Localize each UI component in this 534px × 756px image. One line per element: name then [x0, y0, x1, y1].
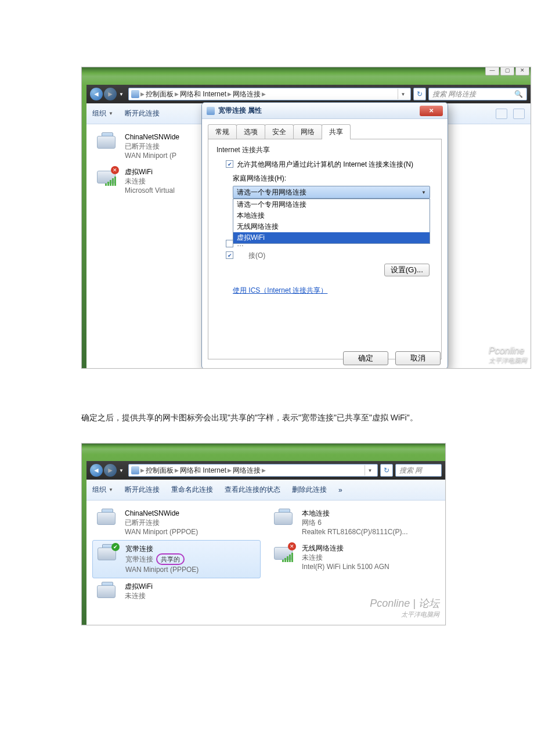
nav-history-dropdown-icon[interactable]: ▼ [119, 467, 125, 473]
breadcrumb-item: 网络连接▶ [233, 89, 266, 99]
forward-button[interactable]: ► [104, 464, 117, 477]
navigation-bar: ◄ ► ▼ ▶ 控制面板▶ 网络和 Internet▶ 网络连接▶ ▼ ↻ 搜索… [86, 461, 445, 480]
breadcrumb-item: 网络和 Internet▶ [180, 466, 232, 476]
connection-status: 已断开连接 [125, 518, 198, 527]
adapter-icon: ✕ [273, 543, 297, 564]
disconnect-button[interactable]: 断开此连接 [125, 485, 160, 495]
location-icon [131, 90, 139, 98]
refresh-button[interactable]: ↻ [380, 464, 393, 477]
connection-status: 网络 6 [302, 518, 408, 527]
combo-selected-text: 请选一个专用网络连接 [237, 188, 306, 197]
adapter-icon: ✔ [96, 544, 121, 565]
connection-adapter: WAN Miniport (P [125, 151, 179, 160]
combo-option[interactable]: 本地连接 [233, 210, 430, 221]
back-button[interactable]: ◄ [90, 464, 103, 477]
address-dropdown-icon[interactable]: ▼ [365, 465, 375, 476]
signal-bars-icon [282, 553, 293, 562]
breadcrumb-item: 网络和 Internet▶ [180, 89, 232, 99]
combo-option[interactable]: 虚拟WiFi [233, 232, 430, 243]
connection-item[interactable]: 本地连接 网络 6 Realtek RTL8168C(P)/8111C(P)..… [269, 505, 438, 540]
connection-list: ChinaNetSNWide 已断开连接 WAN Miniport (PPPOE… [86, 501, 445, 611]
connection-adapter: WAN Miniport (PPPOE) [125, 565, 199, 574]
combo-option[interactable]: 请选一个专用网络连接 [233, 199, 430, 210]
delete-button[interactable]: 删除此连接 [292, 485, 327, 495]
connection-item[interactable]: ChinaNetSNWide 已断开连接 WAN Miniport (PPPOE… [92, 505, 261, 540]
back-button[interactable]: ◄ [90, 88, 103, 100]
organize-button[interactable]: 组织▼ [92, 485, 113, 495]
adapter-icon [96, 582, 120, 603]
connection-name: 本地连接 [302, 509, 408, 518]
breadcrumb-item: 网络连接▶ [233, 466, 266, 476]
search-placeholder: 搜索 网络连接 [432, 89, 476, 99]
dialog-tabs: 常规 选项 安全 网络 共享 [202, 119, 448, 139]
cancel-button[interactable]: 取消 [395, 351, 441, 365]
screenshot-2: ◄ ► ▼ ▶ 控制面板▶ 网络和 Internet▶ 网络连接▶ ▼ ↻ 搜索… [81, 443, 446, 625]
connection-adapter: Realtek RTL8168C(P)/8111C(P)... [302, 527, 408, 537]
breadcrumb-bar[interactable]: ▶ 控制面板▶ 网络和 Internet▶ 网络连接▶ ▼ [128, 88, 411, 100]
organize-button[interactable]: 组织▼ [92, 109, 113, 118]
maximize-button[interactable]: ▢ [500, 67, 514, 75]
connection-name: 无线网络连接 [302, 543, 389, 553]
tab-options[interactable]: 选项 [236, 124, 265, 139]
toolbar: 组织▼ 断开此连接 重命名此连接 查看此连接的状态 删除此连接 » [86, 480, 445, 501]
home-network-label: 家庭网络连接(H): [233, 174, 433, 183]
preview-pane-button[interactable] [513, 109, 525, 119]
shared-badge: 共享的 [156, 553, 185, 565]
article-paragraph: 确定之后，提供共享的网卡图标旁会出现"共享的"字样，表示"宽带连接"已共享至"虚… [81, 409, 533, 426]
connection-adapter: Intel(R) WiFi Link 5100 AGN [302, 562, 389, 571]
nav-history-dropdown-icon[interactable]: ▼ [119, 91, 125, 97]
tab-security[interactable]: 安全 [265, 124, 294, 139]
rename-button[interactable]: 重命名此连接 [171, 485, 213, 495]
dialog-buttons: 确定 取消 [343, 351, 441, 365]
search-input[interactable]: 搜索 网络连接 🔍 [428, 88, 527, 100]
view-options-button[interactable] [496, 109, 507, 119]
refresh-button[interactable]: ↻ [413, 88, 426, 100]
combo-option[interactable]: 无线网络连接 [233, 221, 430, 232]
close-button[interactable]: ✕ [515, 67, 529, 75]
location-icon [131, 466, 139, 474]
more-button[interactable]: » [338, 486, 342, 494]
checkbox-label: 允许其他网络用户通过此计算机的 Internet 连接来连接(N) [237, 160, 413, 169]
address-dropdown-icon[interactable]: ▼ [398, 89, 408, 99]
connection-item[interactable]: ✕ 无线网络连接 未连接 Intel(R) WiFi Link 5100 AGN [269, 540, 438, 575]
search-input[interactable]: 搜索 网 [395, 464, 442, 477]
tab-sharing[interactable]: 共享 [322, 124, 351, 139]
breadcrumb-item: 控制面板▶ [146, 466, 179, 476]
ics-help-link[interactable]: 使用 ICS（Internet 连接共享） [233, 286, 327, 296]
screenshot-1: — ▢ ✕ ◄ ► ▼ ▶ 控制面板▶ 网络和 Internet▶ 网络连接▶ … [81, 67, 531, 369]
connection-adapter: WAN Miniport (PPPOE) [125, 527, 198, 537]
adapter-icon [96, 509, 120, 530]
dialog-close-button[interactable]: ✕ [420, 106, 443, 116]
dialog-title: 宽带连接 属性 [218, 106, 262, 116]
dialog-titlebar: 宽带连接 属性 ✕ [202, 103, 448, 119]
combo-dropdown-list: 请选一个专用网络连接 本地连接 无线网络连接 虚拟WiFi [233, 199, 430, 244]
checkbox-allow-sharing[interactable] [226, 160, 233, 168]
connection-status: 宽带连接 共享的 [125, 553, 199, 565]
breadcrumb-bar[interactable]: ▶ 控制面板▶ 网络和 Internet▶ 网络连接▶ ▼ [128, 464, 378, 477]
connection-name: ChinaNetSNWide [125, 132, 179, 142]
disconnect-button[interactable]: 断开此连接 [125, 109, 160, 118]
search-placeholder: 搜索 网 [399, 466, 422, 476]
connection-item[interactable]: ✔ 宽带连接 宽带连接 共享的 WAN Miniport (PPPOE) [92, 540, 261, 578]
breadcrumb-item: 控制面板▶ [146, 89, 179, 99]
group-label: Internet 连接共享 [217, 145, 433, 155]
error-badge-icon: ✕ [111, 166, 119, 174]
tab-general[interactable]: 常规 [208, 124, 237, 139]
tab-network[interactable]: 网络 [293, 124, 322, 139]
forward-button[interactable]: ► [104, 88, 117, 100]
tab-sharing-body: Internet 连接共享 允许其他网络用户通过此计算机的 Internet 连… [208, 139, 442, 359]
view-status-button[interactable]: 查看此连接的状态 [225, 485, 280, 495]
connection-name: 虚拟WiFi [125, 582, 153, 591]
connection-status: 未连接 [125, 177, 175, 186]
checkbox-label-partial: 接(O) [248, 251, 265, 260]
settings-button[interactable]: 设置(G)... [384, 264, 430, 276]
connection-item[interactable]: 虚拟WiFi 未连接 [92, 578, 261, 606]
home-network-combo[interactable]: 请选一个专用网络连接 ▼ 请选一个专用网络连接 本地连接 无线网络连接 虚拟Wi… [233, 186, 430, 199]
adapter-icon: ✕ [96, 167, 120, 188]
minimize-button[interactable]: — [485, 67, 499, 75]
checkbox-third[interactable] [226, 251, 233, 259]
connection-name: ChinaNetSNWide [125, 509, 198, 518]
ok-button[interactable]: 确定 [343, 351, 388, 365]
connection-status: 未连接 [125, 591, 153, 600]
explorer-window: ◄ ► ▼ ▶ 控制面板▶ 网络和 Internet▶ 网络连接▶ ▼ ↻ 搜索… [86, 461, 445, 625]
